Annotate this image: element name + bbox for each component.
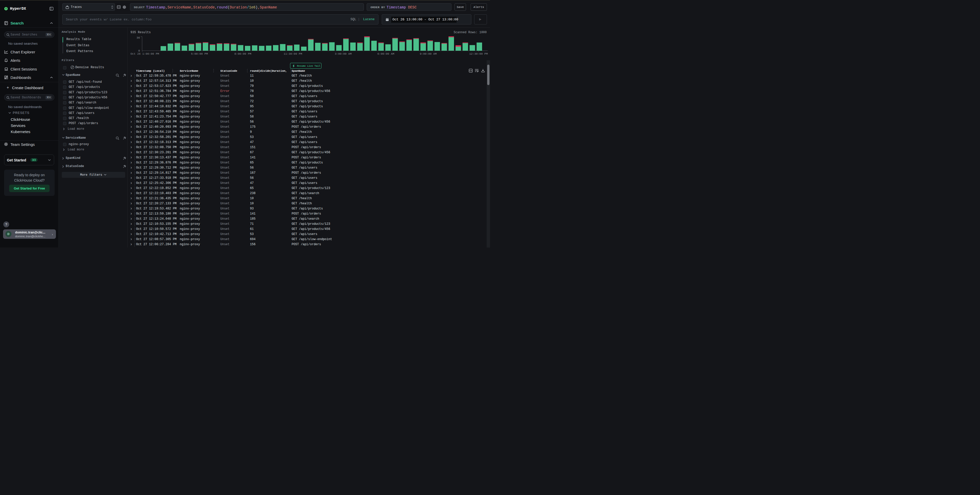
- svg-text:0: 0: [138, 49, 140, 53]
- svg-text:36: 36: [137, 36, 140, 39]
